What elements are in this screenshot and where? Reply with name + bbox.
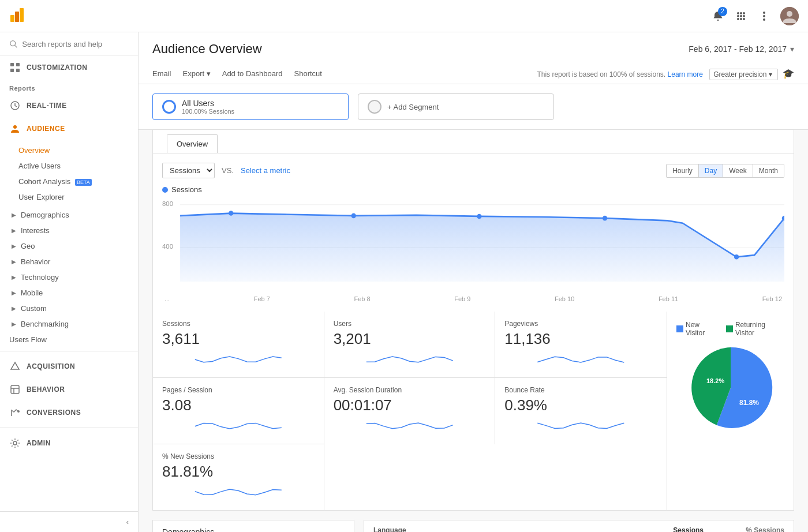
segment-name: All Users	[182, 99, 234, 108]
sidebar-item-conversions[interactable]: CONVERSIONS	[0, 401, 138, 424]
svg-text:800: 800	[162, 200, 173, 207]
chevron-benchmarking-icon: ▶	[12, 321, 16, 327]
report-notice: This report is based on 100% of sessions…	[537, 68, 794, 79]
email-button[interactable]: Email	[152, 69, 171, 78]
date-range-caret-icon: ▾	[790, 44, 794, 54]
sidebar-expandable-behavior[interactable]: ▶ Behavior	[0, 254, 138, 269]
svg-rect-2	[20, 8, 24, 22]
metric-value: 3,201	[334, 330, 486, 348]
sidebar-collapse-button[interactable]: ‹	[0, 511, 138, 532]
sidebar-item-audience[interactable]: AUDIENCE	[0, 117, 138, 140]
month-btn[interactable]: Month	[753, 164, 784, 177]
svg-point-39	[603, 216, 607, 221]
export-button[interactable]: Export ▾	[183, 69, 211, 78]
precision-select[interactable]: Greater precision ▾	[709, 69, 778, 80]
metric-card: Sessions3,611	[153, 312, 324, 378]
returning-visitor-label: Returning Visitor	[735, 321, 784, 337]
search-bar[interactable]	[0, 32, 138, 56]
report-settings-icon[interactable]: 🎓	[783, 69, 794, 78]
behavior-label: BEHAVIOR	[27, 385, 65, 394]
demographics-section: Demographics Language › Country Language…	[152, 520, 794, 532]
audience-label: AUDIENCE	[27, 125, 65, 133]
conversions-label: CONVERSIONS	[27, 409, 81, 417]
pct-header-col: % Sessions	[704, 526, 784, 532]
svg-point-30	[13, 441, 17, 445]
svg-rect-20	[16, 63, 20, 66]
lang-header-col: Language	[373, 526, 657, 532]
acquisition-icon	[9, 361, 21, 372]
audience-sub-menu: Overview Active Users Cohort Analysis BE…	[0, 140, 138, 207]
main-layout: CUSTOMIZATION Reports REAL-TIME AUDIENCE…	[0, 32, 808, 532]
returning-visitor-color-swatch	[726, 325, 733, 332]
overview-panel: Overview Sessions VS. Select a metric Ho…	[152, 130, 794, 312]
metric-select[interactable]: Sessions	[162, 163, 215, 178]
metric-card: Users3,201	[324, 312, 496, 378]
more-options-icon[interactable]	[757, 9, 771, 23]
sidebar-sub-item-overview[interactable]: Overview	[0, 143, 138, 158]
sidebar-sub-item-cohort[interactable]: Cohort Analysis BETA	[0, 174, 138, 189]
shortcut-button[interactable]: Shortcut	[294, 69, 322, 78]
time-button-group: Hourly Day Week Month	[666, 164, 784, 178]
sidebar-item-acquisition[interactable]: ACQUISITION	[0, 355, 138, 378]
sidebar-item-admin[interactable]: ADMIN	[0, 432, 138, 455]
chevron-demographics-icon: ▶	[12, 212, 16, 218]
metric-sparkline	[162, 484, 315, 500]
sidebar-expandable-benchmarking[interactable]: ▶ Benchmarking	[0, 316, 138, 332]
audience-icon	[9, 123, 21, 134]
sidebar-expandable-custom[interactable]: ▶ Custom	[0, 301, 138, 316]
svg-text:81.8%: 81.8%	[739, 399, 759, 407]
svg-point-37	[351, 213, 356, 219]
sidebar-item-customization[interactable]: CUSTOMIZATION	[0, 56, 138, 79]
sidebar-expandable-demographics[interactable]: ▶ Demographics	[0, 207, 138, 223]
overview-tab[interactable]: Overview	[167, 134, 218, 153]
chart-legend: Sessions	[162, 185, 784, 194]
hourly-btn[interactable]: Hourly	[667, 164, 699, 177]
demographics-table-header: Demographics	[153, 520, 354, 532]
all-users-segment[interactable]: All Users 100.00% Sessions	[152, 93, 349, 120]
demographics-table: Demographics Language › Country	[152, 520, 354, 532]
search-input[interactable]	[22, 40, 129, 48]
avatar[interactable]	[780, 7, 799, 25]
search-icon	[9, 39, 17, 48]
svg-point-9	[737, 18, 739, 20]
sessions-header-col: Sessions	[657, 526, 704, 532]
svg-rect-21	[10, 69, 14, 72]
chevron-behavior-icon: ▶	[12, 258, 16, 265]
metric-value: 00:01:07	[334, 396, 486, 414]
customization-icon	[9, 62, 21, 73]
svg-rect-19	[10, 63, 14, 66]
svg-point-11	[743, 18, 745, 20]
content-header: Audience Overview Feb 6, 2017 - Feb 12, …	[139, 32, 808, 84]
sidebar-expandable-interests[interactable]: ▶ Interests	[0, 223, 138, 238]
apps-grid-icon[interactable]	[734, 9, 748, 23]
notification-bell-icon[interactable]: 2	[711, 9, 725, 23]
sidebar-sub-item-users-flow[interactable]: Users Flow	[0, 332, 138, 347]
sidebar-expandable-technology[interactable]: ▶ Technology	[0, 269, 138, 285]
admin-icon	[9, 437, 21, 449]
day-btn[interactable]: Day	[699, 164, 723, 177]
date-range-picker[interactable]: Feb 6, 2017 - Feb 12, 2017 ▾	[689, 44, 794, 54]
select-metric-link[interactable]: Select a metric	[241, 166, 290, 175]
sidebar-sub-item-active-users[interactable]: Active Users	[0, 158, 138, 174]
learn-more-link[interactable]: Learn more	[668, 70, 703, 78]
svg-text:400: 400	[162, 243, 173, 250]
svg-point-5	[743, 12, 745, 14]
chevron-geo-icon: ▶	[12, 243, 16, 249]
sidebar-item-behavior[interactable]: BEHAVIOR	[0, 378, 138, 401]
sidebar-sub-item-user-explorer[interactable]: User Explorer	[0, 189, 138, 205]
new-visitor-color-swatch	[676, 325, 683, 332]
chevron-custom-icon: ▶	[12, 305, 16, 312]
svg-rect-0	[10, 15, 14, 22]
svg-rect-1	[15, 12, 19, 22]
metric-sparkline	[162, 351, 315, 368]
segment-circle-icon	[162, 100, 176, 114]
sidebar-expandable-geo[interactable]: ▶ Geo	[0, 238, 138, 254]
metric-value: 11,136	[504, 330, 657, 348]
add-to-dashboard-button[interactable]: Add to Dashboard	[222, 69, 283, 78]
sidebar-item-realtime[interactable]: REAL-TIME	[0, 94, 138, 117]
week-btn[interactable]: Week	[723, 164, 753, 177]
language-table: Language Sessions % Sessions 1. en-us2,5…	[364, 520, 794, 532]
metric-card: Pages / Session3.08	[153, 378, 324, 444]
add-segment-button[interactable]: + Add Segment	[358, 93, 554, 120]
sidebar-expandable-mobile[interactable]: ▶ Mobile	[0, 285, 138, 301]
